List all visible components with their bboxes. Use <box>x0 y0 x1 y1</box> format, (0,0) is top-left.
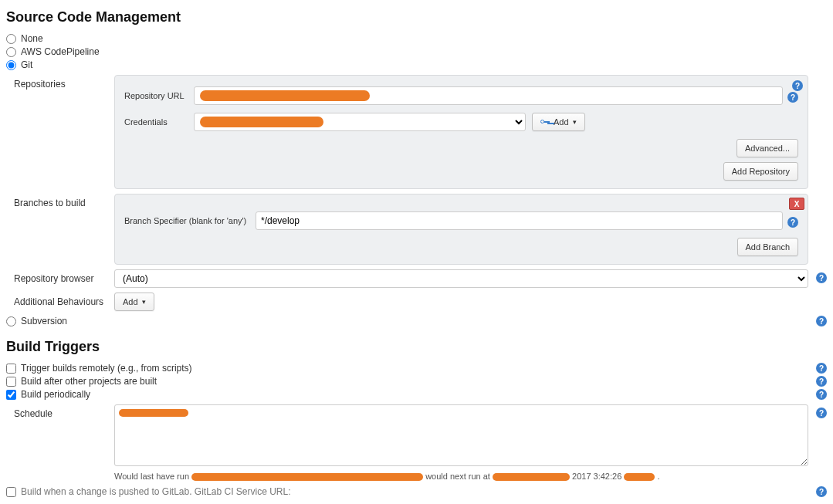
delete-branch-button[interactable]: X <box>789 198 804 210</box>
repositories-label: Repositories <box>14 75 114 90</box>
trigger-periodic-checkbox[interactable] <box>6 390 16 400</box>
add-credentials-label: Add <box>554 117 569 127</box>
trigger-remote-checkbox[interactable] <box>6 364 16 374</box>
credentials-label: Credentials <box>124 117 194 127</box>
add-credentials-button[interactable]: Add ▾ <box>532 113 585 131</box>
branch-specifier-label: Branch Specifier (blank for 'any') <box>124 216 256 225</box>
advanced-button[interactable]: Advanced... <box>736 139 798 157</box>
trigger-periodic-label[interactable]: Build periodically <box>21 389 816 400</box>
help-icon[interactable]: ? <box>816 408 827 418</box>
add-behaviour-button[interactable]: Add ▾ <box>114 293 154 311</box>
credentials-select[interactable] <box>194 113 526 131</box>
repositories-panel: ? Repository URL ? Credentials Add ▾ <box>114 75 808 189</box>
help-icon[interactable]: ? <box>816 316 827 326</box>
help-icon[interactable]: ? <box>816 363 827 374</box>
schedule-label: Schedule <box>14 404 114 419</box>
scm-label-svn[interactable]: Subversion <box>21 316 816 326</box>
schedule-hint: Would last have run would next run at 20… <box>114 472 808 482</box>
add-behaviour-label: Add <box>123 297 138 306</box>
branches-label: Branches to build <box>14 194 114 208</box>
add-branch-button[interactable]: Add Branch <box>737 238 798 256</box>
trigger-after-checkbox[interactable] <box>6 377 16 387</box>
help-icon[interactable]: ? <box>816 389 827 400</box>
schedule-textarea[interactable] <box>114 404 808 466</box>
add-repository-button[interactable]: Add Repository <box>723 162 798 181</box>
scm-label-aws[interactable]: AWS CodePipeline <box>21 46 100 57</box>
scm-radio-git[interactable] <box>6 60 16 70</box>
behaviours-label: Additional Behaviours <box>14 293 114 307</box>
help-icon[interactable]: ? <box>787 217 798 228</box>
scm-radio-svn[interactable] <box>6 316 16 326</box>
scm-radio-none[interactable] <box>6 34 16 44</box>
trigger-gitlab-label[interactable]: Build when a change is pushed to GitLab.… <box>21 486 816 497</box>
repo-url-input[interactable] <box>194 86 783 105</box>
key-icon <box>540 119 550 125</box>
chevron-down-icon: ▾ <box>573 118 577 126</box>
chevron-down-icon: ▾ <box>142 298 146 306</box>
help-icon[interactable]: ? <box>816 486 827 497</box>
help-icon[interactable]: ? <box>816 376 827 387</box>
branch-specifier-input[interactable] <box>256 211 783 230</box>
scm-label-none[interactable]: None <box>21 33 43 44</box>
trigger-after-label[interactable]: Build after other projects are built <box>21 376 816 387</box>
scm-radio-aws[interactable] <box>6 47 16 57</box>
trigger-gitlab-checkbox[interactable] <box>6 487 16 497</box>
scm-label-git[interactable]: Git <box>21 59 32 70</box>
help-icon[interactable]: ? <box>816 272 827 283</box>
repo-browser-label: Repository browser <box>14 269 114 284</box>
repo-url-label: Repository URL <box>124 91 194 100</box>
repo-browser-select[interactable]: (Auto) <box>114 269 808 288</box>
scm-header: Source Code Management <box>6 9 827 25</box>
help-icon[interactable]: ? <box>787 92 798 103</box>
triggers-header: Build Triggers <box>6 339 827 355</box>
branches-panel: X Branch Specifier (blank for 'any') ? A… <box>114 194 808 265</box>
trigger-remote-label[interactable]: Trigger builds remotely (e.g., from scri… <box>21 363 816 374</box>
